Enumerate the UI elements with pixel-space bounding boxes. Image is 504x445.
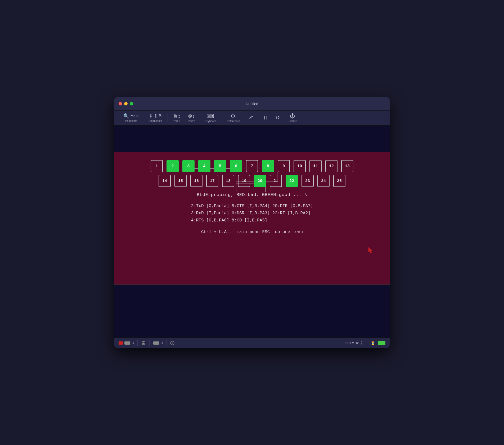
list-icon: ≡ <box>136 114 139 118</box>
minimize-button[interactable] <box>124 102 128 105</box>
pin-17[interactable]: 17 <box>206 175 218 187</box>
pin-10[interactable]: 10 <box>294 160 306 172</box>
main-window: Untitled 🔍 〜 ≡ Inspectors ⇓ ⇑ ↻ Snapshot… <box>114 97 390 348</box>
pin-9[interactable]: 9 <box>278 160 290 172</box>
preferences-group[interactable]: ⚙ Preferences <box>222 112 244 124</box>
inspectors-icons: 🔍 〜 ≡ <box>123 114 139 118</box>
status-item-2: 0 <box>153 341 163 345</box>
port2-group[interactable]: ⊗↕ Port 2 <box>184 112 199 124</box>
status-gray-icon <box>124 341 130 345</box>
pin-3[interactable]: 3 <box>182 160 195 172</box>
status-sep-1 <box>137 340 138 346</box>
pin-legend: 2:TxD [O,Paula] 5:CTS [I,B.PA4] 20:DTR [… <box>191 203 313 224</box>
frequency-spinner[interactable]: ▲ ▼ <box>360 341 362 345</box>
port1-icon: 🖱↕ <box>173 113 181 119</box>
branch-group[interactable]: ⎇ <box>244 114 257 122</box>
pin-21[interactable]: 21 <box>270 175 282 187</box>
status-green-indicator <box>378 341 385 345</box>
main-panel: 12345678910111213 1415161718192021222324… <box>114 152 390 284</box>
pin-13[interactable]: 13 <box>341 160 353 172</box>
pin-diagram-wrapper: 12345678910111213 1415161718192021222324… <box>125 160 379 187</box>
inspectors-group[interactable]: 🔍 〜 ≡ Inspectors <box>120 113 143 123</box>
refresh-icon: ↻ <box>159 114 163 118</box>
freq-down-arrow[interactable]: ▼ <box>360 343 362 345</box>
power-icon: ⏻ <box>290 113 295 119</box>
reset-icon: ↺ <box>276 115 280 120</box>
pin-row-2: 141516171819202122232425 <box>159 175 345 187</box>
pin-8[interactable]: 8 <box>262 160 274 172</box>
pin-5[interactable]: 5 <box>214 160 226 172</box>
preferences-icon: ⚙ <box>231 113 235 119</box>
pin-7[interactable]: 7 <box>246 160 258 172</box>
pin-15[interactable]: 15 <box>174 175 187 187</box>
frequency-value: 7.10 MHz <box>344 341 359 345</box>
save-icon <box>141 341 146 345</box>
legend-line-3: 4:RTS [O,B.PA6] 8:CD [I,B.PA5] <box>191 217 313 224</box>
info-text: BLUE=probing, RED=bad, GREEN=good ... \ <box>125 192 379 197</box>
download-stack-icon: ⇓ <box>149 114 153 118</box>
controls-pause[interactable]: ⏸ <box>259 114 272 122</box>
pin-12[interactable]: 12 <box>325 160 338 172</box>
controls-power[interactable]: ⏻ Controls <box>284 112 301 124</box>
search-icon: 🔍 <box>123 114 129 118</box>
snapshots-group[interactable]: ⇓ ⇑ ↻ Snapshots <box>145 113 166 123</box>
preferences-label: Preferences <box>226 120 240 123</box>
statusbar: 3 0 i 7.10 MHz ▲ ▼ <box>114 337 390 348</box>
status-info[interactable]: i <box>170 341 174 345</box>
svg-text:i: i <box>172 342 173 345</box>
svg-rect-14 <box>142 343 145 344</box>
close-button[interactable] <box>119 102 122 105</box>
pin-24[interactable]: 24 <box>317 175 330 187</box>
keyboard-group[interactable]: ⌨ Keyboard <box>201 112 220 124</box>
hourglass-icon: ⏳ <box>370 340 375 346</box>
frequency-display: 7.10 MHz ▲ ▼ <box>344 341 362 345</box>
top-panel <box>114 126 390 152</box>
pin-4[interactable]: 4 <box>198 160 210 172</box>
pin-2[interactable]: 2 <box>166 160 179 172</box>
status-item-save[interactable] <box>141 341 146 345</box>
pin-18[interactable]: 18 <box>222 175 234 187</box>
status-gray-icon-2 <box>153 341 159 345</box>
pin-1[interactable]: 1 <box>151 160 163 172</box>
maximize-button[interactable] <box>130 102 133 105</box>
controls-label: Controls <box>287 120 297 123</box>
controls-reset[interactable]: ↺ <box>272 114 284 122</box>
port1-label: Port 1 <box>173 120 180 123</box>
legend-line-2: 3:RxD [I,Paula] 6:DSR [I,B.PA3] 22:RI [I… <box>191 210 313 217</box>
toolbar-separator-4 <box>221 113 221 123</box>
pin-25[interactable]: 25 <box>333 175 345 187</box>
keyboard-icon: ⌨ <box>206 113 214 119</box>
status-sep-4 <box>366 340 366 346</box>
legend-line-1: 2:TxD [O,Paula] 5:CTS [I,B.PA4] 20:DTR [… <box>191 203 313 210</box>
mouse-cursor <box>368 247 374 253</box>
inspectors-label: Inspectors <box>125 119 137 122</box>
snapshots-icons: ⇓ ⇑ ↻ <box>149 114 163 118</box>
pin-22[interactable]: 22 <box>286 175 298 187</box>
status-sep-3 <box>166 340 166 346</box>
pin-14[interactable]: 14 <box>159 175 171 187</box>
pin-6[interactable]: 6 <box>230 160 242 172</box>
window-title: Untitled <box>246 102 258 106</box>
status-red-icon <box>119 341 123 345</box>
toolbar-separator-3 <box>200 113 200 123</box>
pause-icon: ⏸ <box>263 115 268 120</box>
status-count-1: 3 <box>132 341 134 345</box>
pin-row-1: 12345678910111213 <box>151 160 353 172</box>
port2-icon: ⊗↕ <box>188 113 195 119</box>
help-text: Ctrl + L.Alt: main menu ESC: up one menu <box>125 230 379 234</box>
keyboard-label: Keyboard <box>205 120 216 123</box>
info-icon: i <box>170 341 174 345</box>
snapshots-label: Snapshots <box>149 119 162 122</box>
traffic-lights <box>119 102 133 105</box>
pin-11[interactable]: 11 <box>309 160 322 172</box>
status-sep-2 <box>149 340 150 346</box>
status-count-2: 0 <box>161 341 163 345</box>
pin-20[interactable]: 20 <box>254 175 266 187</box>
bottom-panel <box>114 284 390 337</box>
pin-23[interactable]: 23 <box>302 175 314 187</box>
port1-group[interactable]: 🖱↕ Port 1 <box>169 112 184 124</box>
pin-16[interactable]: 16 <box>190 175 202 187</box>
legend-block: 2:TxD [O,Paula] 5:CTS [I,B.PA4] 20:DTR [… <box>125 203 379 224</box>
freq-up-arrow[interactable]: ▲ <box>360 341 362 343</box>
pin-19[interactable]: 19 <box>238 175 250 187</box>
